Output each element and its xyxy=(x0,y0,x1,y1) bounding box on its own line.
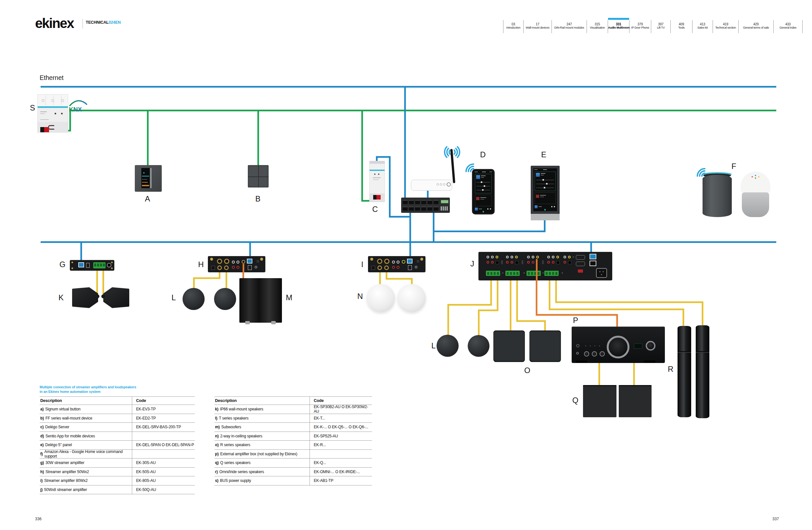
nav-tab-technical-section[interactable]: 419Technical section xyxy=(713,20,738,33)
inceiling-speaker-1 xyxy=(367,284,395,312)
table-row: r)Omni/Iride series speakersEK-OMNI-... … xyxy=(214,468,372,477)
spk-wire-j-o2 xyxy=(517,278,545,332)
nav-tab-general-terms[interactable]: 429General terms of sale xyxy=(738,20,773,33)
table-row: s)BUS power supplyEK-AB1-TP xyxy=(214,476,372,486)
streamer-amp-80wx2 xyxy=(368,256,425,272)
table-row: n)2-way in-ceiling speakersEK-SP525-AU xyxy=(214,432,372,441)
t-series-speaker-2 xyxy=(214,288,236,310)
label-d: D xyxy=(480,150,485,159)
nav-tab-visualisation[interactable]: 315Visualisation xyxy=(586,20,608,33)
label-l-top: L xyxy=(172,293,176,302)
ff-wall-mount-device xyxy=(248,165,269,187)
panel-screen xyxy=(533,168,557,211)
ekinex-logo: ekinex xyxy=(35,16,74,31)
spk-wire-h-l1 xyxy=(194,270,220,290)
t-series-speaker-4 xyxy=(468,335,490,357)
label-n: N xyxy=(357,292,363,301)
h-ethernet-port xyxy=(247,259,252,263)
subwoofer-foot-left xyxy=(245,321,250,324)
router-antenna xyxy=(451,150,454,182)
section-nav: 03Introduction 17Wall-mount devices 247D… xyxy=(503,20,802,33)
label-h: H xyxy=(198,260,204,269)
nav-tab-tools[interactable]: 409Tools xyxy=(670,20,692,33)
nav-tab-sales-kit[interactable]: 413Sales kit xyxy=(692,20,713,33)
table-row: q)Q series speakersEK-Q... xyxy=(214,459,372,468)
wall-speaker-bracket-right xyxy=(101,295,105,298)
header-divider xyxy=(83,19,83,29)
label-o: O xyxy=(524,366,531,375)
nav-tab-wall-mount-devices[interactable]: 17Wall-mount devices xyxy=(523,20,551,33)
j-serial-port-2 xyxy=(576,262,585,266)
j-power-switch xyxy=(578,269,583,273)
catalog-label: TECHNICAL xyxy=(86,20,108,25)
ethernet-bus-label: Ethernet xyxy=(40,74,64,82)
label-j: J xyxy=(470,259,474,268)
panel-bottom-bar xyxy=(531,214,560,220)
bus-power-supply xyxy=(37,94,68,132)
catalog-title: TECHNICAL024EN xyxy=(86,20,121,25)
wall-speaker-bracket-left xyxy=(96,295,99,298)
column-speaker-1 xyxy=(678,326,691,417)
q-series-speaker-1 xyxy=(583,385,617,417)
external-amplifier xyxy=(572,327,665,363)
label-l-bottom: L xyxy=(431,341,436,350)
table-row: f)Amazon Alexa - Google Home voice comma… xyxy=(40,450,195,459)
label-e: E xyxy=(541,150,546,159)
label-g: G xyxy=(59,260,66,269)
table-row: p)External amplifier box (not supplied b… xyxy=(214,450,372,459)
nav-tab-general-index[interactable]: 433General index xyxy=(773,20,802,33)
table-row: b)FF series wall-mount deviceEK-ED2-TP xyxy=(40,414,195,423)
table-left: Multiple connection of streamer amplifie… xyxy=(40,385,195,494)
switch-display xyxy=(441,200,449,203)
j-serial-port-1 xyxy=(576,255,585,260)
g-ethernet-port xyxy=(78,262,84,268)
nav-tab-ip-door-phone[interactable]: 379IP Door Phone xyxy=(629,20,651,33)
volume-knob xyxy=(607,336,629,358)
nav-tab-lift-tv[interactable]: 397Lift TV xyxy=(651,20,670,33)
nav-tab-introduction[interactable]: 03Introduction xyxy=(503,20,523,33)
wifi-router xyxy=(411,180,452,191)
table-row: g)30W streamer amplifierEK-30S-AU xyxy=(40,459,195,468)
table-row: o)R series speakersEK-R... xyxy=(214,441,372,450)
table-left-header: Description Code xyxy=(40,397,195,405)
table-right: Description Code k)IP66 wall-mount speak… xyxy=(214,397,372,486)
selector-knob xyxy=(646,341,655,350)
subwoofer-foot-right xyxy=(271,321,276,324)
table-row: j)50Wx8 streamer amplifierEK-50Q-AU xyxy=(40,486,195,495)
catalog-code: 024EN xyxy=(108,20,120,25)
amp-display xyxy=(634,343,642,349)
delego-server xyxy=(369,161,385,202)
j-terminal-4 xyxy=(545,271,559,276)
table-row: c)Delégo ServerEK-DEL-SRV-BAS-200-TP xyxy=(40,423,195,432)
nav-tab-audio-multiroom[interactable]: 331Audio Multiroom xyxy=(608,20,629,33)
label-f: F xyxy=(731,162,736,171)
sentio-app-phone xyxy=(472,169,495,214)
table-row: m)SubwoofersEK-K-... O EK-Q5-... O EK-Q6… xyxy=(214,423,372,432)
label-i: I xyxy=(361,260,363,269)
spk-wire-j-l1 xyxy=(448,278,491,336)
svg-text:KNX: KNX xyxy=(69,106,82,113)
label-b: B xyxy=(255,194,261,203)
j-terminal-2 xyxy=(505,271,520,276)
q-series-speaker-2 xyxy=(619,385,652,417)
page-number-left: 336 xyxy=(35,517,42,521)
streamer-amp-50wx2 xyxy=(208,256,265,272)
phone-screen xyxy=(474,171,493,213)
j-terminal-1 xyxy=(486,271,500,276)
column-speaker-2 xyxy=(696,325,709,418)
label-r: R xyxy=(668,364,673,374)
table-row: h)Streamer amplifier 50Wx2EK-50S-AU xyxy=(40,468,195,477)
label-p: P xyxy=(573,316,578,325)
network-switch xyxy=(401,198,450,213)
streamer-amp-30w xyxy=(70,260,114,271)
label-m: M xyxy=(286,293,292,302)
h-sub-out xyxy=(242,260,245,263)
t-series-speaker-1 xyxy=(183,288,205,310)
j-sub-cable xyxy=(536,259,538,281)
catalog-page: ekinex TECHNICAL024EN 03Introduction 17W… xyxy=(0,0,812,530)
j-ethernet-port xyxy=(590,254,596,259)
nav-tab-din-rail-modules[interactable]: 247DIN-Rail mount modules xyxy=(551,20,586,33)
spk-wire-j-l2 xyxy=(479,278,497,336)
amazon-echo-speaker xyxy=(702,175,732,217)
subwoofer xyxy=(240,278,282,323)
